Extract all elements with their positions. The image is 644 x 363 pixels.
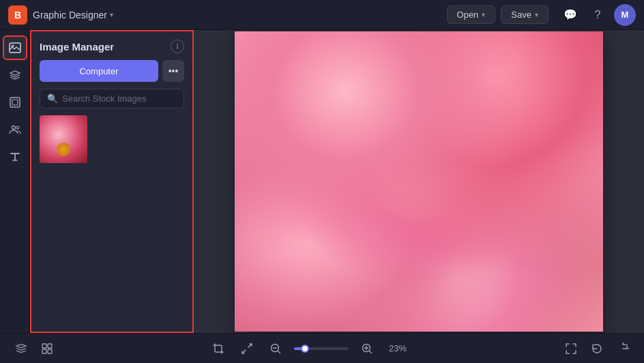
topbar: B Graphic Designer ▾ Open ▾ Save ▾ 💬 ? M [0, 0, 644, 30]
sidebar-item-layers[interactable] [3, 63, 27, 87]
sidebar-item-image-manager[interactable] [3, 35, 27, 60]
layers-icon [9, 69, 21, 81]
fullscreen-icon [565, 343, 577, 355]
app-logo[interactable]: B [8, 5, 27, 25]
image-manager-panel: Image Manager i Computer ••• 🔍 Search St… [30, 30, 194, 333]
frame-icon [9, 96, 21, 108]
svg-rect-6 [42, 344, 46, 348]
flower-center [57, 143, 70, 156]
bottom-left-tools [11, 338, 57, 359]
zoom-slider-handle[interactable] [301, 345, 309, 353]
open-chevron-icon: ▾ [482, 11, 485, 18]
layer-tool-button[interactable] [11, 338, 31, 359]
zoom-slider[interactable] [294, 347, 349, 350]
fullscreen-button[interactable] [561, 338, 581, 359]
text-icon [9, 151, 21, 163]
svg-rect-7 [48, 344, 52, 348]
svg-rect-9 [48, 349, 52, 353]
bottom-center-tools: 23% [57, 338, 561, 359]
canvas-area [194, 30, 644, 333]
svg-rect-8 [42, 349, 46, 353]
flower-image-preview [40, 115, 87, 163]
app-title-dropdown[interactable]: Graphic Designer ▾ [33, 10, 113, 20]
layer-tool-icon [15, 343, 27, 355]
save-chevron-icon: ▾ [535, 11, 538, 18]
sidebar-item-text[interactable] [3, 145, 27, 169]
zoom-out-button[interactable] [265, 338, 286, 359]
computer-button[interactable]: Computer [40, 60, 158, 82]
grid-tool-icon [41, 343, 53, 355]
more-dots-icon: ••• [169, 66, 179, 76]
chat-icon[interactable]: 💬 [559, 4, 581, 26]
svg-rect-2 [10, 98, 20, 107]
image-grid [40, 115, 184, 163]
panel-actions: Computer ••• [40, 60, 184, 82]
sidebar-item-frame[interactable] [3, 90, 27, 115]
image-thumbnail[interactable] [40, 115, 87, 163]
search-stock-bar[interactable]: 🔍 Search Stock Images [40, 89, 184, 108]
main-area: Image Manager i Computer ••• 🔍 Search St… [0, 30, 644, 333]
search-icon: 🔍 [47, 93, 58, 104]
save-button[interactable]: Save ▾ [501, 5, 548, 24]
crop-button[interactable] [208, 338, 229, 359]
zoom-percent-display: 23% [385, 343, 410, 353]
panel-title: Image Manager [40, 41, 114, 53]
canvas-wrapper[interactable] [235, 31, 603, 332]
svg-rect-3 [12, 100, 18, 105]
title-chevron-icon: ▾ [110, 11, 113, 18]
help-icon[interactable]: ? [587, 4, 609, 26]
image-manager-icon [9, 42, 21, 54]
undo-icon [591, 343, 603, 355]
more-options-button[interactable]: ••• [162, 60, 184, 82]
svg-point-1 [12, 45, 14, 47]
topbar-icons: 💬 ? M [559, 4, 636, 26]
zoom-in-icon [361, 343, 373, 355]
panel-header: Image Manager i [40, 40, 184, 53]
people-icon [9, 124, 21, 136]
svg-point-5 [16, 126, 19, 129]
undo-button[interactable] [587, 338, 607, 359]
bottom-right-tools [561, 338, 633, 359]
resize-button[interactable] [237, 338, 257, 359]
canvas-image [235, 31, 603, 332]
app-title-text: Graphic Designer [33, 10, 107, 20]
zoom-out-icon [269, 343, 282, 355]
sidebar-icons [0, 30, 30, 333]
open-button[interactable]: Open ▾ [447, 5, 496, 24]
redo-icon [617, 343, 629, 355]
user-avatar[interactable]: M [614, 4, 636, 26]
svg-point-4 [12, 126, 15, 130]
crop-icon [212, 343, 224, 355]
resize-icon [241, 343, 253, 355]
redo-button[interactable] [613, 338, 633, 359]
grid-tool-button[interactable] [37, 338, 57, 359]
sidebar-item-people[interactable] [3, 117, 27, 142]
search-placeholder-text: Search Stock Images [62, 93, 147, 104]
zoom-in-button[interactable] [357, 338, 377, 359]
bottom-toolbar: 23% [0, 333, 644, 363]
info-button[interactable]: i [171, 40, 184, 53]
